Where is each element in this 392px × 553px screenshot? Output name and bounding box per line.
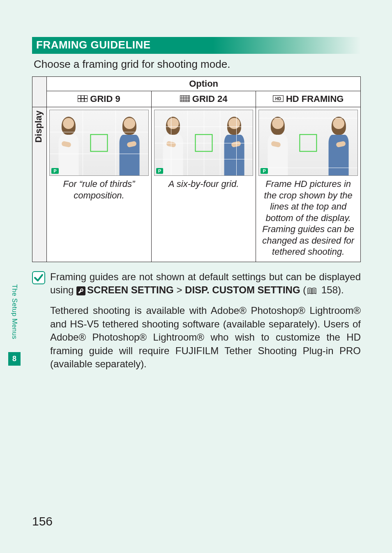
section-title: FRAMING GUIDELINE: [32, 37, 361, 54]
grid24-display-cell: P A six-by-four grid.: [151, 107, 256, 262]
note-block: Framing guides are not shown at default …: [32, 270, 361, 371]
side-tab-chapter: 8: [8, 352, 21, 366]
svg-rect-1: [81, 96, 84, 99]
page-ref: 158).: [318, 284, 344, 295]
display-row-header: Display: [32, 107, 47, 262]
focus-indicator: [300, 134, 317, 152]
mode-badge: P: [51, 168, 58, 174]
intro-text: Choose a framing grid for shooting mode.: [34, 58, 359, 71]
column-grid9-label: GRID 9: [90, 94, 120, 104]
paren-open: (: [300, 284, 307, 295]
option-column-header: Option: [47, 77, 361, 91]
column-hd-label: HD FRAMING: [286, 94, 344, 104]
hd-caption: Frame HD pictures in the crop shown by t…: [258, 176, 358, 258]
screen-setting-label: SCREEN SETTING: [87, 284, 174, 295]
column-grid9: GRID 9: [47, 91, 152, 107]
option-row-header: [32, 77, 47, 107]
column-hd: HD HD FRAMING: [256, 91, 361, 107]
svg-rect-5: [85, 99, 88, 102]
note-icon: [32, 271, 45, 284]
content-area: FRAMING GUIDELINE Choose a framing grid …: [32, 37, 361, 371]
grid24-thumbnail: P: [154, 110, 254, 176]
grid9-thumbnail: P: [49, 110, 149, 176]
column-grid24: GRID 24: [151, 91, 256, 107]
mode-badge: P: [156, 168, 163, 174]
wrench-icon: [76, 286, 85, 295]
side-tab-label: The Setup Menus: [11, 271, 18, 352]
svg-rect-4: [81, 99, 84, 102]
disp-custom-label: DISP. CUSTOM SETTING: [185, 284, 300, 295]
manual-page-icon: [307, 287, 317, 295]
grid9-caption: For “rule of thirds” composition.: [49, 176, 149, 201]
gt-separator: >: [174, 284, 185, 295]
focus-indicator: [195, 134, 212, 152]
side-tab: The Setup Menus 8: [8, 271, 21, 366]
svg-rect-3: [78, 99, 81, 102]
focus-indicator: [90, 134, 108, 152]
page: The Setup Menus 8 FRAMING GUIDELINE Choo…: [0, 0, 392, 553]
mode-badge: P: [261, 168, 267, 174]
column-grid24-label: GRID 24: [192, 94, 228, 104]
grid9-icon: [78, 94, 88, 104]
hd-display-cell: P Frame HD pictures in the crop shown by…: [256, 107, 361, 262]
hd-framing-icon: HD: [273, 94, 284, 104]
svg-rect-0: [78, 96, 81, 99]
grid24-caption: A six-by-four grid.: [154, 176, 254, 190]
grid9-display-cell: P For “rule of thirds” composition.: [47, 107, 152, 262]
note-p2: Tethered shooting is available with Adob…: [50, 304, 361, 371]
framing-options-table: Option GRID 9: [32, 76, 361, 262]
page-number: 156: [32, 514, 53, 528]
hd-thumbnail: P: [258, 110, 358, 176]
grid24-icon: [180, 94, 190, 104]
svg-rect-2: [85, 96, 88, 99]
svg-text:HD: HD: [275, 97, 281, 101]
note-text: Framing guides are not shown at default …: [50, 270, 361, 371]
